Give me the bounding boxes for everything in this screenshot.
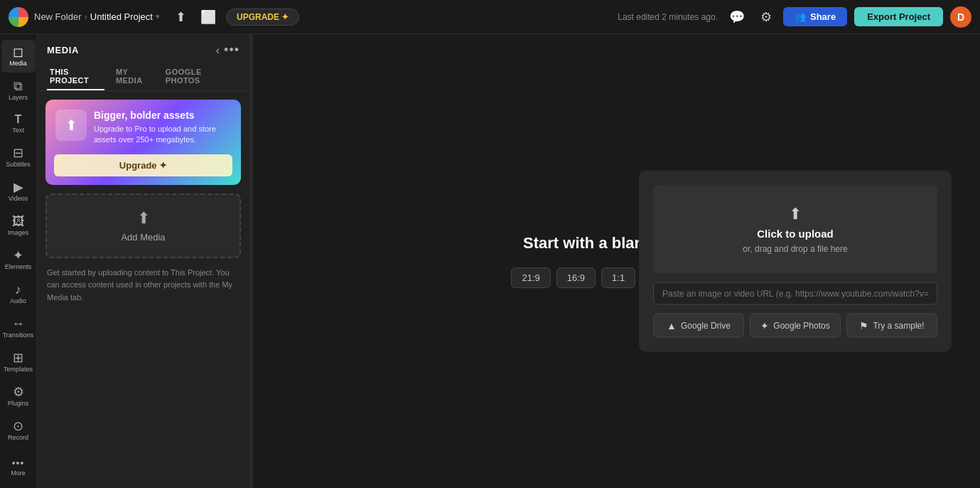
panel-header: MEDIA ‹ ••• bbox=[37, 34, 249, 63]
sidebar-item-layers[interactable]: ⧉ Layers bbox=[1, 74, 36, 107]
templates-icon: ⊞ bbox=[13, 351, 23, 364]
more-icon: ••• bbox=[12, 458, 25, 468]
tab-this-project[interactable]: THIS PROJECT bbox=[47, 63, 104, 90]
tab-google-photos[interactable]: GOOGLE PHOTOS bbox=[163, 63, 231, 90]
sidebar-item-templates[interactable]: ⊞ Templates bbox=[1, 346, 36, 378]
videos-icon: ▶ bbox=[14, 181, 23, 193]
panel-more-button[interactable]: ••• bbox=[224, 43, 239, 58]
panel-collapse-button[interactable]: ‹ bbox=[216, 44, 220, 57]
or-drag-text: or, drag and drop a file here bbox=[743, 244, 847, 254]
upgrade-card-icon: ⬆ bbox=[55, 110, 87, 141]
last-edited-text: Last edited 2 minutes ago. bbox=[618, 12, 718, 22]
topbar-actions: ⬆ ⬜ UPGRADE ✦ bbox=[171, 6, 299, 28]
add-media-upload-icon: ⬆ bbox=[137, 209, 150, 228]
media-icon: ◻ bbox=[13, 46, 23, 58]
upgrade-card-content: ⬆ Bigger, bolder assets Upgrade to Pro t… bbox=[45, 100, 241, 152]
panel-title: MEDIA bbox=[47, 45, 79, 55]
media-panel: MEDIA ‹ ••• THIS PROJECT MY MEDIA GOOGLE… bbox=[37, 34, 250, 488]
google-photos-icon: ✦ bbox=[760, 320, 769, 331]
upload-source-buttons: ▲ Google Drive ✦ Google Photos ⚑ Try a s… bbox=[653, 314, 937, 338]
upload-cloud-icon: ⬆ bbox=[789, 205, 802, 223]
breadcrumb: New Folder › Untitled Project ▾ bbox=[34, 11, 160, 22]
upgrade-card-title: Bigger, bolder assets bbox=[94, 110, 231, 121]
add-media-label: Add Media bbox=[121, 232, 165, 243]
upload-drop-area[interactable]: ⬆ Click to upload or, drag and drop a fi… bbox=[653, 185, 937, 274]
url-paste-input[interactable] bbox=[653, 282, 937, 305]
upgrade-card-desc: Upgrade to Pro to upload and store asset… bbox=[94, 124, 231, 146]
sidebar-item-audio[interactable]: ♪ Audio bbox=[1, 277, 36, 310]
sidebar-item-more[interactable]: ••• More bbox=[1, 452, 36, 482]
sidebar-item-transitions[interactable]: ↔ Transitions bbox=[1, 312, 36, 344]
audio-icon: ♪ bbox=[15, 283, 21, 296]
upgrade-button[interactable]: UPGRADE ✦ bbox=[226, 9, 299, 26]
subtitles-icon: ⊟ bbox=[13, 147, 23, 159]
text-icon: T bbox=[15, 114, 22, 125]
try-sample-button[interactable]: ⚑ Try a sample! bbox=[846, 314, 937, 338]
share-upload-icon[interactable]: ⬆ bbox=[171, 6, 190, 28]
tab-my-media[interactable]: MY MEDIA bbox=[113, 63, 154, 90]
panel-header-actions: ‹ ••• bbox=[216, 43, 239, 58]
upload-panel: ⬆ Click to upload or, drag and drop a fi… bbox=[639, 171, 952, 352]
sidebar-item-elements[interactable]: ✦ Elements bbox=[1, 243, 36, 276]
sidebar-item-images[interactable]: 🖼 Images bbox=[1, 209, 36, 242]
upgrade-card: ⬆ Bigger, bolder assets Upgrade to Pro t… bbox=[45, 100, 241, 185]
panel-info-text: Get started by uploading content to This… bbox=[37, 267, 249, 304]
topbar-right: Last edited 2 minutes ago. 💬 ⚙ 👥 Share E… bbox=[618, 6, 971, 28]
sidebar-item-videos[interactable]: ▶ Videos bbox=[1, 175, 36, 208]
layers-icon: ⧉ bbox=[14, 80, 23, 92]
google-photos-button[interactable]: ✦ Google Photos bbox=[750, 314, 841, 338]
plugins-icon: ⚙ bbox=[13, 386, 24, 398]
record-icon: ⊙ bbox=[13, 420, 23, 433]
app-logo[interactable] bbox=[9, 7, 28, 27]
sidebar-item-record[interactable]: ⊙ Record bbox=[1, 414, 36, 447]
topbar: New Folder › Untitled Project ▾ ⬆ ⬜ UPGR… bbox=[0, 0, 980, 34]
sample-icon: ⚑ bbox=[859, 320, 868, 331]
ratio-1-1[interactable]: 1:1 bbox=[601, 267, 635, 288]
google-drive-button[interactable]: ▲ Google Drive bbox=[653, 314, 744, 338]
panel-tabs: THIS PROJECT MY MEDIA GOOGLE PHOTOS bbox=[37, 63, 249, 91]
share-icon: 👥 bbox=[795, 11, 806, 22]
sidebar-item-text[interactable]: T Text bbox=[1, 108, 36, 139]
transitions-icon: ↔ bbox=[12, 317, 25, 330]
settings-icon[interactable]: ⚙ bbox=[756, 6, 776, 28]
sidebar-item-plugins[interactable]: ⚙ Plugins bbox=[1, 380, 36, 413]
export-button[interactable]: Export Project bbox=[854, 7, 943, 26]
share-button[interactable]: 👥 Share bbox=[783, 7, 847, 26]
ratio-21-9[interactable]: 21:9 bbox=[511, 267, 550, 288]
sidebar-item-media[interactable]: ◻ Media bbox=[1, 40, 36, 73]
folder-name: New Folder bbox=[34, 11, 81, 22]
sidebar-item-subtitles[interactable]: ⊟ Subtitles bbox=[1, 141, 36, 174]
chevron-down-icon[interactable]: ▾ bbox=[156, 12, 160, 21]
upload-arrow-icon: ⬆ bbox=[65, 117, 77, 134]
main-layout: ◻ Media ⧉ Layers T Text ⊟ Subtitles ▶ Vi… bbox=[0, 34, 980, 488]
avatar: D bbox=[950, 6, 971, 28]
comments-icon[interactable]: 💬 bbox=[725, 6, 749, 28]
add-media-button[interactable]: ⬆ Add Media bbox=[45, 193, 241, 258]
click-to-upload-text: Click to upload bbox=[757, 228, 834, 240]
upgrade-card-text: Bigger, bolder assets Upgrade to Pro to … bbox=[94, 110, 231, 146]
upgrade-card-button[interactable]: Upgrade ✦ bbox=[54, 154, 232, 176]
project-name: Untitled Project bbox=[90, 11, 153, 22]
canvas-area: Start with a blank canvas 21:9 16:9 1:1 … bbox=[253, 34, 980, 488]
images-icon: 🖼 bbox=[12, 215, 25, 228]
preview-icon[interactable]: ⬜ bbox=[196, 6, 220, 28]
icon-nav: ◻ Media ⧉ Layers T Text ⊟ Subtitles ▶ Vi… bbox=[0, 34, 37, 488]
elements-icon: ✦ bbox=[13, 249, 23, 262]
ratio-16-9[interactable]: 16:9 bbox=[556, 267, 596, 288]
breadcrumb-sep: › bbox=[84, 11, 87, 22]
google-drive-icon: ▲ bbox=[667, 320, 677, 331]
